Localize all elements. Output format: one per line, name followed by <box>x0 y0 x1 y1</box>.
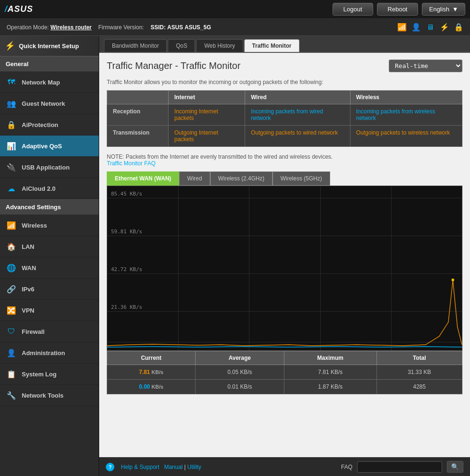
faq-search-button[interactable]: 🔍 <box>447 461 463 473</box>
help-icon: ? <box>106 463 114 471</box>
sidebar-item-network-map[interactable]: 🗺 Network Map <box>0 72 99 93</box>
page-title: Traffic Manager - Traffic Monitor <box>107 60 240 71</box>
outgoing-wired-link[interactable]: Outgoing packets to wired network <box>251 129 338 136</box>
reboot-button[interactable]: Reboot <box>377 3 419 16</box>
incoming-internet-link[interactable]: Incoming Internet packets <box>174 108 218 121</box>
sidebar-label-firewall: Firewall <box>22 328 44 335</box>
graph-tab-wireless-24[interactable]: Wireless (2.4GHz) <box>210 171 273 186</box>
tab-bar: Bandwidth Monitor QoS Web History Traffi… <box>99 36 470 53</box>
status-bar: Operation Mode: Wireless router Firmware… <box>0 19 470 36</box>
wan-icon: 🌐 <box>6 262 17 273</box>
sidebar-item-adaptive-qos[interactable]: 📊 Adaptive QoS <box>0 136 99 157</box>
logout-button[interactable]: Logout <box>333 3 373 16</box>
layout: ⚡ Quick Internet Setup General 🗺 Network… <box>0 36 470 476</box>
sidebar-item-vpn[interactable]: 🔀 VPN <box>0 300 99 321</box>
status-icons: 📶 👤 🖥 ⚡ 🔒 <box>397 23 463 32</box>
chevron-down-icon: ▼ <box>452 6 458 13</box>
cell-reception-wired: Incoming packets from wired network <box>245 104 350 126</box>
cell-reception-wireless: Incoming packets from wireless network <box>350 104 462 126</box>
row-label-transmission: Transmission <box>107 126 169 147</box>
faq-search-input[interactable] <box>357 461 442 473</box>
tab-traffic-monitor[interactable]: Traffic Monitor <box>244 39 299 52</box>
graph-tab-wan[interactable]: Ethernet WAN (WAN) <box>107 171 179 186</box>
sidebar-item-aicloud[interactable]: ☁ AiCloud 2.0 <box>0 178 99 199</box>
faq-label: FAQ <box>341 464 352 470</box>
aicloud-icon: ☁ <box>6 183 17 194</box>
sidebar-item-administration[interactable]: 👤 Administration <box>0 342 99 364</box>
graph-tab-wireless-5[interactable]: Wireless (5GHz) <box>273 171 330 186</box>
sidebar-label-administration: Administration <box>22 349 65 357</box>
sidebar-item-ipv6[interactable]: 🔗 IPv6 <box>0 279 99 300</box>
sidebar-item-aiprotection[interactable]: 🔒 AiProtection <box>0 114 99 136</box>
stats-table: Current Average Maximum Total 7.81 KB/s … <box>107 351 462 394</box>
sidebar-label-vpn: VPN <box>22 307 34 314</box>
usb-icon: ⚡ <box>440 23 449 32</box>
help-support-link[interactable]: Help & Support <box>121 464 159 470</box>
tab-bandwidth-monitor[interactable]: Bandwidth Monitor <box>104 39 167 52</box>
sidebar-item-firewall[interactable]: 🛡 Firewall <box>0 321 99 342</box>
sidebar-item-usb-application[interactable]: 🔌 USB Application <box>0 157 99 178</box>
guest-network-icon: 👥 <box>6 98 17 109</box>
sidebar: ⚡ Quick Internet Setup General 🗺 Network… <box>0 36 99 476</box>
sidebar-label-wan: WAN <box>22 264 36 272</box>
firmware-label: Firmware Version: <box>98 24 144 31</box>
stats-total-1: 31.33 KB <box>376 365 462 380</box>
sidebar-item-network-tools[interactable]: 🔧 Network Tools <box>0 385 99 406</box>
incoming-wired-link[interactable]: Incoming packets from wired network <box>251 108 323 121</box>
usb-application-icon: 🔌 <box>6 162 17 173</box>
ssid-2g: ASUS <box>167 24 183 31</box>
table-row-transmission: Transmission Outgoing Internet packets O… <box>107 126 462 147</box>
sidebar-item-wan[interactable]: 🌐 WAN <box>0 257 99 279</box>
realtime-select[interactable]: Real-time Last 24 Hours <box>389 60 462 72</box>
wireless-icon: 📶 <box>6 220 17 231</box>
cell-transmission-wireless: Outgoing packets to wireless network <box>350 126 462 147</box>
user-icon: 👤 <box>411 23 421 32</box>
asus-logo: /ASUS <box>5 4 33 14</box>
aiprotection-icon: 🔒 <box>6 119 17 130</box>
faq-link[interactable]: Traffic Monitor FAQ <box>107 160 155 167</box>
sidebar-label-network-map: Network Map <box>22 79 60 86</box>
stats-maximum-2: 1.87 KB/s <box>284 380 376 394</box>
quick-internet-setup[interactable]: ⚡ Quick Internet Setup <box>0 36 99 56</box>
th-empty <box>107 91 169 104</box>
sidebar-item-wireless[interactable]: 📶 Wireless <box>0 215 99 236</box>
graph-tab-wired[interactable]: Wired <box>179 171 210 186</box>
general-section-title: General <box>0 56 99 72</box>
manual-link[interactable]: Manual <box>164 464 182 470</box>
svg-point-0 <box>452 279 454 281</box>
ssid-5g: ASUS_5G <box>185 24 211 31</box>
outgoing-internet-link[interactable]: Outgoing Internet packets <box>174 129 218 143</box>
stats-total-2: 4285 <box>376 380 462 394</box>
sidebar-item-guest-network[interactable]: 👥 Guest Network <box>0 93 99 114</box>
sidebar-item-system-log[interactable]: 📋 System Log <box>0 364 99 385</box>
administration-icon: 👤 <box>6 347 17 358</box>
language-button[interactable]: English ▼ <box>422 3 465 16</box>
tab-web-history[interactable]: Web History <box>196 39 243 52</box>
network-tools-icon: 🔧 <box>6 390 17 401</box>
utility-link[interactable]: Utility <box>188 464 201 470</box>
quick-setup-label: Quick Internet Setup <box>19 42 79 50</box>
tab-qos[interactable]: QoS <box>168 39 195 52</box>
system-log-icon: 📋 <box>6 368 17 380</box>
outgoing-wireless-link[interactable]: Outgoing packets to wireless network <box>356 129 450 136</box>
cell-reception-internet: Incoming Internet packets <box>169 104 245 126</box>
stats-th-current: Current <box>107 351 196 365</box>
th-wireless: Wireless <box>350 91 462 104</box>
stats-th-average: Average <box>196 351 284 365</box>
sidebar-label-aiprotection: AiProtection <box>22 121 58 128</box>
incoming-wireless-link[interactable]: Incoming packets from wireless network <box>356 108 435 121</box>
sidebar-label-wireless: Wireless <box>22 222 47 229</box>
sidebar-label-system-log: System Log <box>22 371 57 378</box>
th-wired: Wired <box>245 91 350 104</box>
monitor-icon: 🖥 <box>426 23 435 32</box>
op-mode-link[interactable]: Wireless router <box>51 24 92 31</box>
sidebar-item-lan[interactable]: 🏠 LAN <box>0 236 99 257</box>
quick-setup-icon: ⚡ <box>5 41 15 51</box>
ssid-info: SSID: ASUS ASUS_5G <box>151 24 211 31</box>
traffic-table: Internet Wired Wireless Reception Incomi… <box>107 90 462 147</box>
main-content: Bandwidth Monitor QoS Web History Traffi… <box>99 36 470 476</box>
sidebar-label-network-tools: Network Tools <box>22 392 64 399</box>
stats-th-maximum: Maximum <box>284 351 376 365</box>
row-label-reception: Reception <box>107 104 169 126</box>
page-title-bar: Traffic Manager - Traffic Monitor Real-t… <box>107 60 462 72</box>
